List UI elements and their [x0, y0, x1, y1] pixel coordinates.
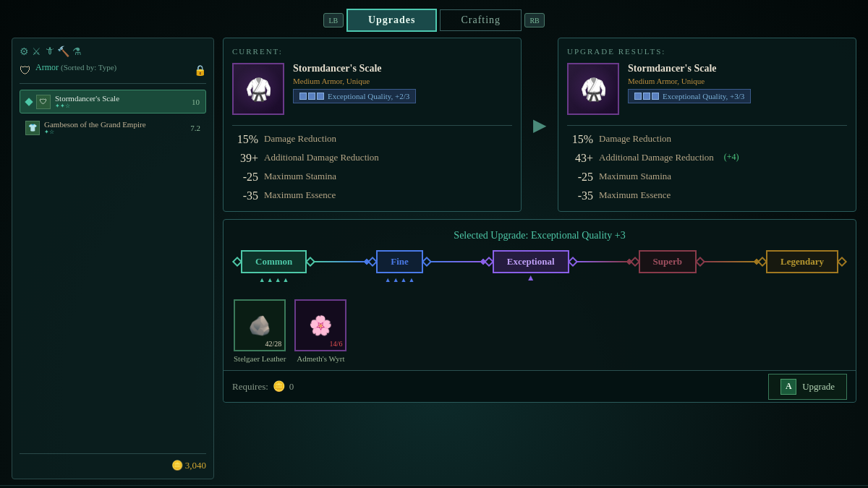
gold-display: 🪙 3,040 [20, 453, 206, 471]
tier-legendary[interactable]: Legendary [759, 250, 846, 273]
upgrade-item-info: Stormdancer's Scale Medium Armor, Unique… [628, 63, 751, 115]
stat-value: 39+ [232, 152, 258, 165]
upgrade-stat-value-3: -25 [567, 171, 593, 184]
item-score-gambeson: 7.2 [190, 124, 200, 132]
current-stat-list: 15% Damage Reduction 39+ Additional Dama… [232, 125, 512, 202]
stat-row: -35 Maximum Essence [232, 189, 512, 202]
upgrade-stat-row-3: -25 Maximum Stamina [567, 171, 847, 184]
common-label: Common ▲ ▲ ▲ ▲ [241, 250, 307, 273]
fine-diamond-right [422, 257, 432, 267]
current-item-thumbnail: 🥋 [232, 63, 284, 115]
top-nav: LB Upgrades Crafting RB [0, 0, 868, 38]
current-item-name: Stormdancer's Scale [293, 63, 416, 74]
item-name-stormdancer: Stormdancer's Scale [55, 94, 187, 103]
common-star-3: ▲ [275, 276, 281, 283]
current-panel-title: CURRENT: [232, 47, 512, 56]
upgrade-item-type: Medium Armor, Unique [628, 77, 751, 85]
active-diamond [25, 98, 33, 106]
item-score-stormdancer: 10 [192, 98, 200, 106]
tab-upgrades[interactable]: Upgrades [346, 9, 438, 32]
upgrade-stat-name-2: Additional Damage Reduction [599, 152, 714, 164]
exceptional-star-1: ▲ [527, 273, 535, 283]
superb-label: Superb [639, 250, 697, 273]
requires-gold-amount: 0 [289, 381, 294, 393]
upgrade-stat-list: 15% Damage Reduction 43+ Additional Dama… [567, 125, 847, 202]
common-star-4: ▲ [283, 276, 289, 283]
upgrade-item-name: Stormdancer's Scale [628, 63, 751, 74]
current-quality-dots [299, 93, 324, 100]
item-icon-armor2: 👕 [25, 121, 40, 135]
upgrade-item-header: 🥋 Stormdancer's Scale Medium Armor, Uniq… [567, 63, 847, 115]
current-item-header: 🥋 Stormdancer's Scale Medium Armor, Uniq… [232, 63, 512, 115]
stat-row: 15% Damage Reduction [232, 133, 512, 146]
arrow-divider: ▶ [530, 38, 549, 212]
weapon-icon: ⚔ [32, 46, 41, 58]
stat-name: Damage Reduction [264, 133, 336, 145]
exceptional-diamond-right [568, 257, 578, 267]
requires-gold-icon: 🪙 [273, 380, 285, 393]
upgrade-stat-name-3: Maximum Stamina [599, 171, 671, 183]
common-star-1: ▲ [259, 276, 265, 283]
upgrade-stat-value-2: 43+ [567, 152, 593, 165]
superb-diamond-right [695, 257, 705, 267]
upgrade-stat-name-1: Damage Reduction [599, 133, 671, 145]
common-star-2: ▲ [267, 276, 273, 283]
upgrade-quality-badge: Exceptional Quality, +3/3 [628, 89, 751, 103]
tier-common[interactable]: Common ▲ ▲ ▲ ▲ [234, 250, 314, 273]
connector-4 [704, 261, 754, 262]
footer-bar: Y Preview Upgrades ⚙ Toggle Stash Items … [0, 485, 868, 488]
upgrade-stat-value-1: 15% [567, 133, 593, 146]
sidebar-bottom: ⚙ ⚔ 🗡 🔨 ⚗ 🛡 Armor (Sorted by: Type) � [20, 46, 206, 471]
tier-superb[interactable]: Superb [631, 250, 704, 273]
q-dot-u3 [652, 93, 659, 100]
main-layout: ⚙ ⚔ 🗡 🔨 ⚗ 🛡 Armor (Sorted by: Type) � [0, 38, 868, 485]
q-dot-3 [317, 93, 324, 100]
q-dot-1 [299, 93, 307, 100]
leather-name: Stelgaer Leather [234, 354, 286, 363]
q-dot-u2 [643, 93, 650, 100]
tier-fine[interactable]: Fine ▲ ▲ ▲ ▲ [369, 250, 430, 273]
upgrade-quality-dots [634, 93, 659, 100]
lb-button[interactable]: LB [323, 13, 344, 27]
armor-shield-icon: 🛡 [20, 64, 31, 77]
upgrade-button[interactable]: A Upgrade [768, 374, 847, 400]
tab-crafting[interactable]: Crafting [440, 9, 522, 31]
fine-star-4: ▲ [408, 276, 414, 283]
sidebar-header: 🛡 Armor (Sorted by: Type) 🔒 [20, 62, 206, 84]
item-stars-stormdancer: ✦✦☆ [55, 103, 187, 109]
upgrade-stat-row-4: -35 Maximum Essence [567, 189, 847, 202]
rb-button[interactable]: RB [524, 13, 545, 27]
sort-label: (Sorted by: Type) [61, 63, 116, 72]
gold-amount: 3,040 [185, 460, 206, 471]
material-item-leather: 🪨 42/28 Stelgaer Leather [234, 299, 286, 363]
comparison-row: CURRENT: 🥋 Stormdancer's Scale Medium Ar… [223, 38, 856, 212]
list-item-stormdancer[interactable]: 🛡 Stormdancer's Scale ✦✦☆ 10 [20, 90, 206, 114]
potion-icon: ⚗ [72, 46, 82, 58]
content-area: CURRENT: 🥋 Stormdancer's Scale Medium Ar… [223, 38, 856, 479]
current-quality-badge: Exceptional Quality, +2/3 [293, 89, 416, 103]
selected-upgrade-name: Exceptional Quality +3 [531, 230, 626, 241]
item-name-gambeson: Gambeson of the Grand Empire [44, 120, 186, 129]
tier-exceptional[interactable]: Exceptional ▲ [485, 250, 576, 273]
stat-value: 15% [232, 133, 258, 146]
dagger-icon: 🗡 [44, 46, 54, 58]
armor-label: Armor (Sorted by: Type) [35, 62, 116, 73]
common-diamond-right [305, 257, 315, 267]
list-item-gambeson[interactable]: 👕 Gambeson of the Grand Empire ✦☆ 7.2 [20, 116, 206, 139]
equip-icon: ⚙ [20, 46, 29, 58]
material-item-wyrt: 🌸 14/6 Admeth's Wyrt [294, 299, 346, 363]
fine-star-3: ▲ [401, 276, 407, 283]
upgrade-stat-bonus-2: (+4) [724, 152, 739, 163]
sidebar-list: ⚙ ⚔ 🗡 🔨 ⚗ 🛡 Armor (Sorted by: Type) � [20, 46, 206, 453]
fine-star-1: ▲ [385, 276, 391, 283]
upgrade-panel: UPGRADE RESULTS: 🥋 Stormdancer's Scale M… [558, 38, 856, 212]
current-item-info: Stormdancer's Scale Medium Armor, Unique… [293, 63, 416, 115]
q-dot-2 [308, 93, 315, 100]
stat-row: -25 Maximum Stamina [232, 171, 512, 184]
upgrade-key: A [780, 379, 796, 395]
connector-1 [314, 261, 365, 262]
current-quality-label: Exceptional Quality, +2/3 [328, 92, 409, 100]
page-wrapper: LB Upgrades Crafting RB ⚙ ⚔ 🗡 🔨 ⚗ [0, 0, 868, 488]
gold-coin-icon: 🪙 [171, 460, 183, 471]
item-icon-armor1: 🛡 [36, 95, 51, 109]
